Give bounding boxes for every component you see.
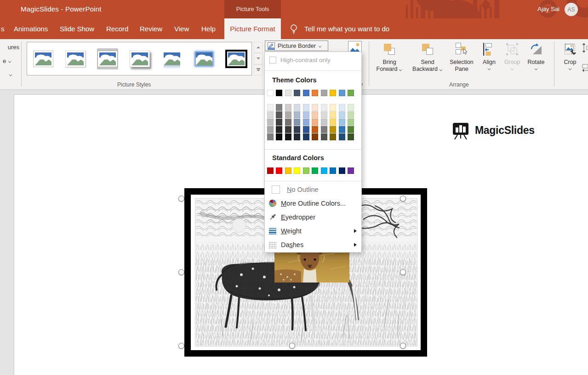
theme-variant-swatch[interactable] — [303, 104, 309, 111]
theme-variant-swatch[interactable] — [321, 126, 327, 133]
theme-variant-swatch[interactable] — [303, 126, 309, 133]
picture-style-thumbnail-5[interactable] — [161, 48, 183, 69]
resize-handle-top-right[interactable] — [400, 196, 406, 202]
resize-handle-bottom-center[interactable] — [289, 343, 295, 349]
menu-item-eyedropper[interactable]: Eyedropper — [265, 210, 361, 224]
theme-variant-swatch[interactable] — [339, 126, 345, 133]
picture-border-button[interactable]: Picture Border — [265, 40, 328, 51]
picture-style-thumbnail-1[interactable] — [33, 48, 54, 69]
theme-variant-swatch[interactable] — [330, 111, 336, 118]
tab-review[interactable]: Review — [140, 18, 162, 39]
theme-variant-swatch[interactable] — [339, 133, 345, 140]
align-button[interactable]: Align — [477, 40, 501, 78]
tab-picture-format[interactable]: Picture Format — [224, 18, 281, 39]
theme-variant-swatch[interactable] — [285, 111, 291, 118]
picture-style-thumbnail-3[interactable] — [97, 48, 118, 69]
picture-style-thumbnail-2[interactable] — [65, 48, 86, 69]
theme-color-swatch[interactable] — [294, 90, 300, 96]
picture-style-thumbnail-7[interactable] — [226, 48, 247, 69]
theme-variant-swatch[interactable] — [321, 133, 327, 140]
adjust-partial-1[interactable]: ures — [8, 44, 19, 51]
menu-item-dashes[interactable]: Dashes — [265, 238, 361, 252]
tab-slide-show[interactable]: Slide Show — [60, 18, 94, 39]
tab-partial-left[interactable]: s — [1, 18, 5, 39]
theme-color-swatch[interactable] — [312, 90, 318, 96]
theme-variant-swatch[interactable] — [303, 111, 309, 118]
theme-variant-swatch[interactable] — [312, 126, 318, 133]
theme-variant-swatch[interactable] — [276, 119, 282, 126]
theme-variant-swatch[interactable] — [312, 119, 318, 126]
theme-variant-swatch[interactable] — [321, 111, 327, 118]
high-contrast-option[interactable]: High-contrast only — [269, 57, 331, 63]
theme-variant-swatch[interactable] — [312, 111, 318, 118]
theme-variant-swatch[interactable] — [339, 111, 345, 118]
tab-record[interactable]: Record — [106, 18, 128, 39]
theme-color-swatch[interactable] — [267, 90, 274, 96]
tell-me-search[interactable]: Tell me what you want to do — [286, 18, 389, 39]
theme-variant-swatch[interactable] — [321, 104, 327, 111]
magicslides-logo[interactable]: MagicSlides — [452, 121, 535, 139]
theme-color-swatch[interactable] — [285, 90, 291, 96]
theme-variant-swatch[interactable] — [303, 119, 309, 126]
adjust-partial-2[interactable]: e — [3, 58, 11, 64]
theme-variant-swatch[interactable] — [276, 126, 282, 133]
theme-variant-swatch[interactable] — [276, 111, 282, 118]
theme-variant-swatch[interactable] — [348, 111, 354, 118]
user-avatar[interactable]: AS — [565, 3, 578, 16]
picture-style-thumbnail-6[interactable] — [194, 48, 215, 69]
theme-variant-swatch[interactable] — [294, 126, 300, 133]
theme-variant-swatch[interactable] — [339, 104, 345, 111]
theme-variant-swatch[interactable] — [348, 126, 354, 133]
theme-color-swatch[interactable] — [276, 90, 282, 96]
standard-color-swatch[interactable] — [321, 167, 327, 174]
crop-button[interactable]: Crop — [557, 40, 583, 78]
height-spinner-icon-partial[interactable] — [582, 43, 588, 53]
theme-variant-swatch[interactable] — [276, 104, 282, 111]
theme-variant-swatch[interactable] — [330, 104, 336, 111]
theme-variant-swatch[interactable] — [294, 104, 300, 111]
rotate-button[interactable]: Rotate — [523, 40, 549, 78]
theme-variant-swatch[interactable] — [339, 119, 345, 126]
theme-color-swatch[interactable] — [339, 90, 345, 96]
resize-handle-bottom-left[interactable] — [178, 343, 184, 349]
theme-variant-swatch[interactable] — [285, 126, 291, 133]
theme-variant-swatch[interactable] — [348, 104, 354, 111]
standard-color-swatch[interactable] — [312, 167, 318, 174]
theme-variant-swatch[interactable] — [294, 119, 300, 126]
menu-item-no-outline[interactable]: No Outline — [265, 183, 361, 196]
checkbox-icon[interactable] — [269, 57, 276, 63]
theme-color-swatch[interactable] — [348, 90, 354, 96]
theme-variant-swatch[interactable] — [348, 119, 354, 126]
theme-variant-swatch[interactable] — [348, 133, 354, 140]
standard-color-swatch[interactable] — [276, 167, 282, 174]
theme-color-swatch[interactable] — [303, 90, 309, 96]
theme-variant-swatch[interactable] — [276, 133, 282, 140]
send-backward-button[interactable]: Send Backward — [408, 40, 447, 78]
tab-help[interactable]: Help — [201, 18, 216, 39]
theme-variant-swatch[interactable] — [330, 133, 336, 140]
picture-style-thumbnail-4[interactable] — [129, 48, 150, 69]
gallery-scroll-up-button[interactable] — [254, 42, 263, 53]
tab-view[interactable]: View — [174, 18, 189, 39]
menu-item-more-outline-colors[interactable]: More Outline Colors... — [265, 196, 361, 210]
gallery-more-button[interactable] — [254, 64, 263, 75]
gallery-scroll-down-button[interactable] — [254, 53, 263, 64]
resize-handle-middle-right[interactable] — [400, 269, 406, 275]
standard-color-swatch[interactable] — [330, 167, 336, 174]
standard-color-swatch[interactable] — [294, 167, 300, 174]
standard-color-swatch[interactable] — [303, 167, 309, 174]
theme-variant-swatch[interactable] — [267, 111, 274, 118]
theme-variant-swatch[interactable] — [294, 111, 300, 118]
standard-color-swatch[interactable] — [267, 167, 274, 174]
theme-variant-swatch[interactable] — [330, 119, 336, 126]
tab-animations[interactable]: Animations — [14, 18, 48, 39]
standard-color-swatch[interactable] — [348, 167, 354, 174]
theme-variant-swatch[interactable] — [285, 104, 291, 111]
theme-color-swatch[interactable] — [330, 90, 336, 96]
theme-variant-swatch[interactable] — [267, 104, 274, 111]
bring-forward-button[interactable]: Bring Forward — [371, 40, 408, 78]
resize-handle-bottom-right[interactable] — [400, 343, 406, 349]
theme-variant-swatch[interactable] — [294, 133, 300, 140]
theme-color-swatch[interactable] — [321, 90, 327, 96]
theme-variant-swatch[interactable] — [330, 126, 336, 133]
